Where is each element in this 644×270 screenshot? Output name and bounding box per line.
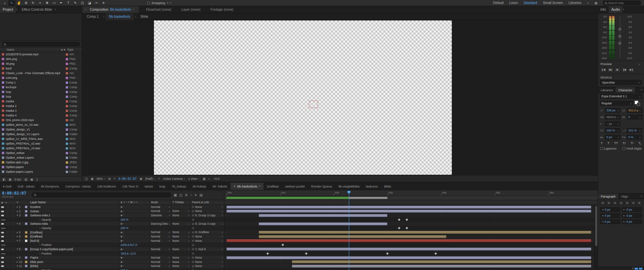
pen-tool[interactable]: ✒ xyxy=(58,0,65,6)
timeline-tab-teksts[interactable]: teksts xyxy=(142,183,156,190)
align-button-7[interactable]: ≡ xyxy=(637,201,642,205)
pickwhip-icon[interactable]: ◎ xyxy=(192,269,194,270)
mode-select[interactable]: Normal∨ xyxy=(150,230,171,234)
timeline-tab-grafikas[interactable]: Grafikas xyxy=(264,183,282,190)
item-label-chip[interactable] xyxy=(66,72,68,74)
video-toggle[interactable] xyxy=(0,239,5,243)
pickwhip-icon[interactable]: ◎ xyxy=(192,239,194,242)
visibility-eye-icon[interactable] xyxy=(1,249,4,250)
column-type[interactable]: Type xyxy=(67,48,80,51)
audio-slider-knob[interactable] xyxy=(619,28,621,31)
layer-label-chip[interactable] xyxy=(25,235,28,238)
trkmat-select[interactable]: None∨ xyxy=(171,256,191,260)
mode-select[interactable]: Normal∨ xyxy=(150,239,171,243)
layer-label-chip[interactable] xyxy=(25,222,28,225)
property-name[interactable]: ◔Position xyxy=(30,252,119,256)
panel-menu-icon[interactable]: ≡ xyxy=(259,183,261,190)
panel-menu-icon[interactable]: ≡ xyxy=(623,6,626,13)
audio-toggle[interactable] xyxy=(5,213,11,217)
keyframe-icon[interactable] xyxy=(305,252,308,255)
align-button-4[interactable]: ≡ xyxy=(618,201,624,205)
tsume-select[interactable]: 0 %∨ xyxy=(627,135,642,140)
trkmat-select[interactable]: None∨ xyxy=(171,260,191,264)
tab-audio[interactable]: Audio xyxy=(609,6,623,13)
trkmat-select[interactable]: None∨ xyxy=(171,213,191,217)
parent-select[interactable]: 6. Grafikas∨ xyxy=(195,230,223,234)
timeline-tab-laukums[interactable]: laukums xyxy=(363,183,381,190)
item-label-chip[interactable] xyxy=(66,124,68,126)
panel-menu-icon[interactable]: ≡ xyxy=(16,6,19,13)
trkmat-select[interactable]: None∨ xyxy=(171,234,191,238)
video-toggle[interactable] xyxy=(0,260,5,264)
project-item[interactable]: optibet_PREFINAL_v2.wavWAV xyxy=(0,141,82,146)
pickwhip-icon[interactable]: ◎ xyxy=(192,205,194,208)
project-item[interactable]: Optibet_svikasComp xyxy=(0,151,82,155)
parent-select[interactable]: None∨ xyxy=(195,256,223,259)
layer-duration-bar[interactable] xyxy=(226,210,591,213)
tab-character[interactable]: Character xyxy=(615,87,635,93)
video-toggle[interactable] xyxy=(0,256,5,260)
timeline-tab-sarkani-punkti[interactable]: sarkani punkti xyxy=(282,183,308,190)
project-item[interactable]: Optibet_design_V1 LayersFolder xyxy=(0,132,82,137)
current-timecode[interactable]: 0:00:02:07 xyxy=(2,191,29,196)
exposure-icon[interactable]: ◐ xyxy=(209,177,210,180)
twirl-icon[interactable]: ▸ xyxy=(17,234,18,238)
column-trkmat[interactable]: T TrkMat xyxy=(171,200,191,205)
trkmat-select[interactable]: None∨ xyxy=(171,264,191,268)
project-item[interactable]: Classic_Look - Free Cinematic Effects.mp… xyxy=(0,71,82,75)
mode-select[interactable]: Dancing Dissolve∨ xyxy=(150,222,171,226)
layer-row[interactable]: ▾11[Bilde]◉ ∕Normal∨None∨◎None∨ xyxy=(0,264,224,268)
item-label-chip[interactable] xyxy=(66,53,68,56)
project-item[interactable]: 48.pngPNG xyxy=(0,61,82,66)
lock-toggle[interactable] xyxy=(11,205,16,209)
audio-toggle[interactable] xyxy=(5,247,11,251)
parent-select[interactable]: 7. Null 8∨ xyxy=(195,248,223,251)
puppet-tool[interactable]: ✛ xyxy=(100,0,107,6)
snapshot-icon[interactable]: ◫ xyxy=(85,177,88,180)
indent-field[interactable]: ⇥0 px xyxy=(600,207,620,212)
grid-guides-icon[interactable]: ⊞ xyxy=(108,177,111,180)
snapping-icon-2[interactable]: ⌗ xyxy=(170,1,171,5)
project-item[interactable]: loopComp xyxy=(0,94,82,99)
visibility-eye-icon[interactable] xyxy=(1,223,4,225)
tracking-select[interactable]: 0∨ xyxy=(627,115,642,119)
panel-menu-icon[interactable]: ≡ xyxy=(133,6,136,13)
eraser-tool[interactable]: ◪ xyxy=(86,0,93,6)
fill-stroke-swatches[interactable] xyxy=(635,101,642,106)
help-search-input[interactable] xyxy=(608,1,639,5)
layer-name[interactable]: Krustins xyxy=(30,205,119,209)
keyframe-icon[interactable] xyxy=(386,252,389,255)
project-item[interactable]: optibet_LV_WEB_FINAL.wavWAV xyxy=(0,137,82,141)
pixel-aspect-icon[interactable]: ▦ xyxy=(203,177,206,180)
faux-italic-button[interactable]: T xyxy=(607,142,609,145)
motion-blur-icon[interactable]: ✦ xyxy=(194,193,197,199)
first-frame-button[interactable]: ❙◀ xyxy=(600,67,606,72)
mode-select[interactable]: Normal∨ xyxy=(150,264,171,268)
trkmat-select[interactable]: None∨ xyxy=(171,209,191,213)
graph-editor-icon[interactable]: ▤ xyxy=(200,193,203,199)
item-label-chip[interactable] xyxy=(66,77,68,79)
parent-select[interactable]: None∨ xyxy=(195,209,223,213)
property-value[interactable]: 100 % xyxy=(120,269,128,270)
layer-row[interactable]: ▸5[Grafikas]◉ ∕Normal∨None∨◎6. Grafikas∨ xyxy=(0,230,224,235)
item-label-chip[interactable] xyxy=(66,166,68,168)
layer-switches[interactable]: ◉ ∕ xyxy=(119,247,150,251)
hand-tool[interactable]: ✌ xyxy=(15,0,22,6)
parent-select[interactable]: None∨ xyxy=(195,205,223,209)
mode-select[interactable]: Normal∨ xyxy=(150,205,171,209)
pickwhip-icon[interactable]: ◎ xyxy=(192,210,194,213)
layer-switches[interactable]: ◉ ∕ xyxy=(119,239,150,243)
audio-toggle[interactable] xyxy=(5,234,11,238)
close-tab-icon[interactable]: × xyxy=(233,183,235,190)
layer-duration-bar[interactable] xyxy=(259,214,387,217)
zoom-tool[interactable]: ⊕ xyxy=(22,0,30,6)
viewer-tab-bk-basketbols[interactable]: Bk-basketbols xyxy=(106,13,133,20)
visibility-eye-icon[interactable] xyxy=(1,206,4,208)
timeline-tab-loop[interactable]: loop xyxy=(156,183,169,190)
visibility-eye-icon[interactable] xyxy=(1,232,4,233)
keyframe-icon[interactable] xyxy=(434,252,437,255)
column-mode[interactable]: Mode xyxy=(150,200,171,205)
layer-label-chip[interactable] xyxy=(25,261,28,263)
time-ruler[interactable]: 00s01s02s03s04s05s06s xyxy=(224,190,598,196)
layer-row[interactable]: ▾4Sarkana mala◉ ∕Dancing Dissolve∨None∨◎… xyxy=(0,222,224,226)
